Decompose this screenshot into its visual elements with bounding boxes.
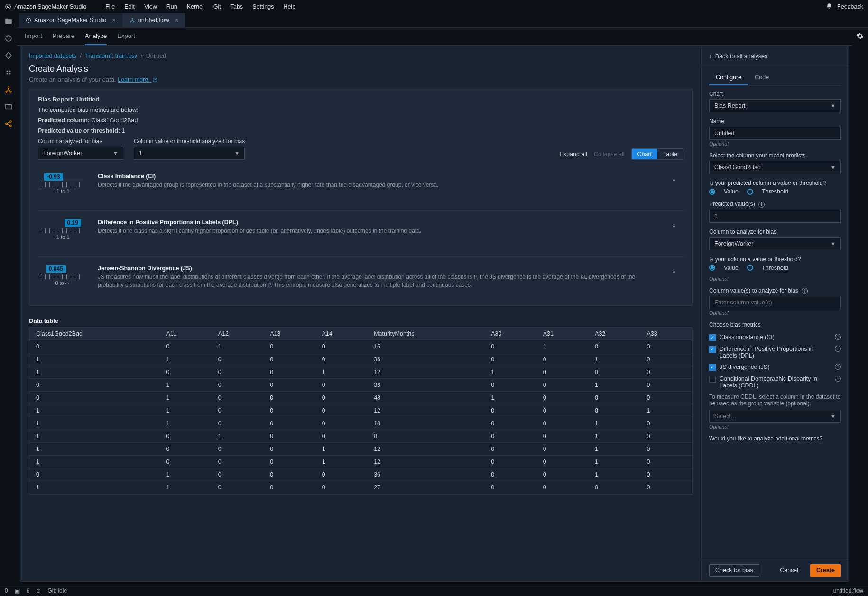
toggle-table[interactable]: Table	[657, 149, 683, 159]
toggle-chart[interactable]: Chart	[632, 149, 658, 159]
table-header[interactable]: A31	[536, 328, 588, 340]
breadcrumb-transform[interactable]: Transform: train.csv	[85, 53, 137, 59]
menu-settings[interactable]: Settings	[248, 3, 278, 10]
table-row[interactable]: 11000180010	[29, 417, 692, 430]
chk-js[interactable]	[709, 364, 716, 371]
svg-point-11	[6, 123, 7, 125]
table-cell: 1	[640, 404, 692, 417]
radio-value[interactable]	[709, 189, 715, 195]
gear-icon[interactable]	[856, 32, 864, 41]
info-icon[interactable]: i	[835, 334, 841, 340]
menu-view[interactable]: View	[139, 3, 162, 10]
name-input[interactable]	[709, 127, 841, 140]
window-icon[interactable]	[4, 102, 13, 111]
terminal-icon[interactable]: ▣	[15, 587, 20, 594]
table-row[interactable]: 01000360010	[29, 468, 692, 481]
table-cell: 0	[263, 378, 315, 391]
expand-all-link[interactable]: Expand all	[560, 151, 587, 157]
table-header[interactable]: MaturityMonths	[367, 328, 484, 340]
check-for-bias-button[interactable]: Check for bias	[709, 564, 759, 577]
table-header[interactable]: Class1Good2Bad	[29, 328, 159, 340]
sub-tab-export[interactable]: Export	[117, 32, 135, 45]
radio-col-value[interactable]	[709, 265, 715, 271]
chk-cddl[interactable]	[709, 376, 716, 383]
notifications-icon[interactable]	[826, 3, 832, 11]
col-val-select[interactable]: 1▼	[134, 147, 245, 160]
table-row[interactable]: 10001120010	[29, 455, 692, 468]
circle-icon[interactable]	[4, 34, 13, 43]
table-header[interactable]: A33	[640, 328, 692, 340]
table-row[interactable]: 10001120010	[29, 442, 692, 455]
radio-threshold[interactable]	[747, 189, 753, 195]
chk-ci[interactable]	[709, 334, 716, 341]
menu-kernel[interactable]: Kernel	[182, 3, 209, 10]
create-button[interactable]: Create	[810, 564, 841, 577]
table-header[interactable]: A30	[484, 328, 536, 340]
radio-col-threshold[interactable]	[747, 265, 753, 271]
predicted-values-input[interactable]	[709, 210, 841, 223]
predict-col-select[interactable]: Class1Good2Bad▼	[709, 161, 841, 174]
feedback-link[interactable]: Feedback	[837, 3, 863, 10]
chevron-down-icon[interactable]: ⌄	[667, 265, 681, 276]
metric-range: -1 to 1	[41, 234, 83, 240]
col-values-optional: Optional	[709, 310, 841, 316]
menu-edit[interactable]: Edit	[120, 3, 139, 10]
menu-help[interactable]: Help	[278, 3, 300, 10]
chk-dpl[interactable]	[709, 346, 716, 353]
table-row[interactable]: 01000360010	[29, 378, 692, 391]
cddl-select[interactable]: Select…▼	[709, 410, 841, 423]
breadcrumb-datasets[interactable]: Imported datasets	[29, 53, 76, 59]
table-row[interactable]: 11000120001	[29, 404, 692, 417]
share-icon[interactable]	[4, 119, 13, 128]
col-bias-side-select[interactable]: ForeignWorker▼	[709, 237, 841, 250]
side-tab-code[interactable]: Code	[748, 70, 776, 85]
table-row[interactable]: 1010080010	[29, 430, 692, 442]
info-icon[interactable]: i	[835, 376, 841, 382]
sub-tab-analyze[interactable]: Analyze	[85, 32, 107, 45]
collapse-all-link[interactable]: Collapse all	[594, 151, 625, 157]
folder-icon[interactable]	[4, 17, 13, 26]
menu-run[interactable]: Run	[162, 3, 182, 10]
side-tab-configure[interactable]: Configure	[709, 70, 748, 85]
menu-tabs[interactable]: Tabs	[226, 3, 248, 10]
table-header[interactable]: A32	[588, 328, 640, 340]
metric-row: -0.93-1 to 1Class Imbalance (CI)Detects …	[38, 165, 683, 203]
back-to-analyses[interactable]: ‹ Back to all analyses	[702, 46, 849, 65]
close-icon[interactable]: ×	[175, 17, 179, 24]
table-row[interactable]: 11000360010	[29, 353, 692, 366]
diamond-icon[interactable]	[4, 51, 13, 60]
table-header[interactable]: A14	[315, 328, 367, 340]
table-row[interactable]: 01000481000	[29, 391, 692, 404]
chart-type-select[interactable]: Bias Report▼	[709, 99, 841, 112]
info-icon[interactable]: i	[758, 202, 765, 208]
table-row[interactable]: 00100150100	[29, 340, 692, 353]
flow-icon[interactable]	[4, 85, 13, 94]
sub-tab-import[interactable]: Import	[25, 32, 42, 45]
editor-tab[interactable]: untitled.flow×	[123, 13, 186, 27]
table-cell: 0	[484, 468, 536, 481]
table-cell: 0	[536, 378, 588, 391]
table-row[interactable]: 11000270000	[29, 481, 692, 494]
col-bias-select[interactable]: ForeignWorker▼	[38, 147, 123, 160]
table-row[interactable]: 10001121000	[29, 366, 692, 378]
palette-icon[interactable]	[4, 68, 13, 77]
editor-tab[interactable]: Amazon SageMaker Studio×	[19, 13, 123, 27]
cancel-button[interactable]: Cancel	[774, 564, 804, 577]
sub-tab-prepare[interactable]: Prepare	[53, 32, 74, 45]
table-header[interactable]: A13	[263, 328, 315, 340]
col-values-input[interactable]	[709, 296, 841, 309]
table-header[interactable]: A12	[212, 328, 263, 340]
menu-git[interactable]: Git	[209, 3, 226, 10]
info-icon[interactable]: i	[802, 288, 808, 294]
menu-file[interactable]: File	[101, 3, 120, 10]
info-icon[interactable]: i	[835, 346, 841, 352]
chevron-down-icon[interactable]: ⌄	[667, 219, 681, 230]
close-icon[interactable]: ×	[112, 17, 116, 24]
chevron-down-icon[interactable]: ⌄	[667, 173, 681, 184]
data-table-wrapper[interactable]: Class1Good2BadA11A12A13A14MaturityMonths…	[29, 327, 693, 495]
chart-table-toggle[interactable]: Chart Table	[631, 148, 683, 160]
info-icon[interactable]: i	[835, 364, 841, 370]
kernel-icon[interactable]: ⊙	[36, 587, 41, 594]
table-header[interactable]: A11	[159, 328, 211, 340]
learn-more-link[interactable]: Learn more.	[118, 76, 157, 83]
